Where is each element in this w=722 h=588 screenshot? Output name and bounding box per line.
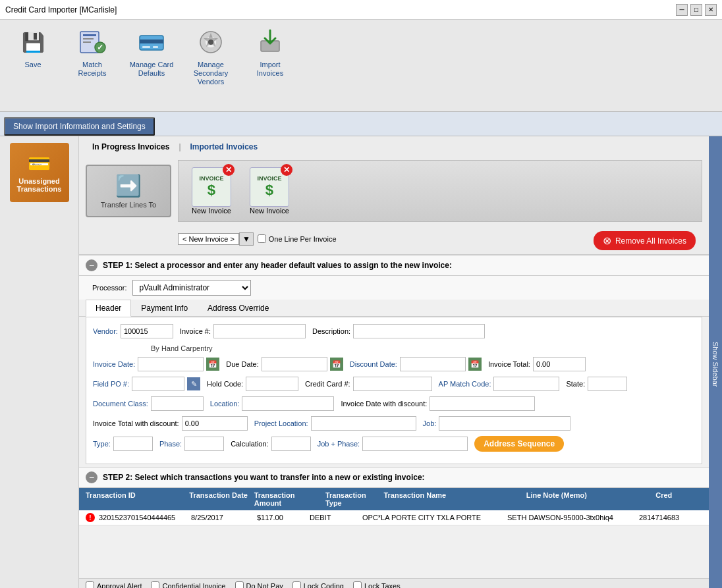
transfer-lines-btn[interactable]: ➡️ Transfer Lines To [86,165,171,217]
td-transaction-type: DEBIT [307,513,360,522]
one-line-checkbox[interactable] [258,234,266,243]
toolbar: 💾 Save ✓ Match Receipts Manage Card De [0,20,722,112]
do-not-pay-check[interactable]: Do Not Pay [235,581,283,588]
tab-imported[interactable]: Imported Invoices [184,140,265,153]
minimize-btn[interactable]: ─ [676,4,688,16]
toolbar-save[interactable]: 💾 Save [7,24,59,72]
discount-date-input[interactable] [400,357,466,371]
approval-alert-checkbox[interactable] [86,581,94,588]
invoice-card-1[interactable]: ✕ INVOICE $ New Invoice [185,167,238,215]
save-label: Save [24,61,41,69]
scroll-area[interactable]: In Progress Invoices | Imported Invoices… [79,136,709,578]
toolbar-match-receipts[interactable]: ✓ Match Receipts [66,24,119,80]
remove-all-invoices-btn[interactable]: ⊗ Remove All Invoices [594,231,696,250]
td-transaction-name: OPC*LA PORTE CITY TXLA PORTE [360,513,505,522]
phase-input[interactable] [184,437,224,451]
form-row-1: Vendor: Invoice #: Description: [93,324,695,338]
td-transaction-amount: $117.00 [254,513,307,522]
toolbar-manage-secondary-vendors[interactable]: Manage Secondary Vendors [184,24,237,90]
unassigned-label: Unassigned Transactions [14,177,65,193]
new-invoice-dropdown-arrow[interactable]: ▼ [239,232,254,246]
type-input[interactable] [113,437,153,451]
job-field: Job: [423,416,571,431]
address-sequence-btn[interactable]: Address Sequence [474,436,564,452]
table-header-row: Transaction ID Transaction Date Transact… [79,488,709,510]
invoice-total-discount-label: Invoice Total with discount: [93,419,179,427]
one-line-label: One Line Per Invoice [269,235,337,243]
close-btn[interactable]: ✕ [705,4,717,16]
invoice-card-2[interactable]: ✕ INVOICE $ New Invoice [243,167,296,215]
lock-coding-checkbox[interactable] [292,581,301,588]
transfer-label: Transfer Lines To [101,201,156,209]
due-date-cal-btn[interactable]: 📅 [330,358,343,371]
ap-match-input[interactable] [493,377,559,391]
match-receipts-label: Match Receipts [69,61,116,78]
td-line-note: SETH DAWSON-95000-3tx0hiq4 [505,513,636,522]
invoice-card-name-1: New Invoice [192,207,231,215]
invoice-card-badge-1: ✕ [223,164,235,176]
state-input[interactable] [588,377,627,391]
svg-rect-2 [83,38,94,40]
invoice-total-input[interactable] [533,357,586,371]
credit-card-field: Credit Card #: [305,377,431,391]
processor-select[interactable]: pVault Administrator [132,280,251,296]
step2-collapse-btn[interactable]: − [86,471,97,483]
lock-coding-label: Lock Coding [304,582,344,589]
invoice-total-label: Invoice Total: [488,360,530,368]
due-date-label: Due Date: [226,360,259,368]
confidential-invoice-check[interactable]: Confidential Invoice [151,581,225,588]
invoice-date-discount-input[interactable] [430,396,535,411]
hold-code-input[interactable] [246,377,298,391]
maximize-btn[interactable]: □ [690,4,702,16]
invoice-date-input[interactable] [138,357,204,371]
svg-rect-1 [83,34,96,36]
approval-alert-label: Approval Alert [97,582,142,589]
tab-header[interactable]: Header [86,300,131,317]
toolbar-manage-card-defaults[interactable]: Manage Card Defaults [125,24,178,80]
discount-date-cal-btn[interactable]: 📅 [468,358,482,371]
job-phase-input[interactable] [362,437,468,451]
manage-vendors-icon [195,26,227,58]
sidebar-toggle-btn[interactable]: Show Sidebar [709,136,722,588]
step1-collapse-btn[interactable]: − [86,259,97,271]
invoice-total-discount-input[interactable] [182,416,248,431]
calculation-input[interactable] [271,437,311,451]
processor-label: Processor: [92,284,127,292]
import-info-bar-btn[interactable]: Show Import Information and Settings [4,117,155,136]
confidential-invoice-checkbox[interactable] [151,581,159,588]
hold-code-field: Hold Code: [207,377,298,391]
credit-card-input[interactable] [353,377,432,391]
th-transaction-date: Transaction Date [186,490,251,508]
due-date-input[interactable] [262,357,327,371]
tab-address-override[interactable]: Address Override [198,300,279,317]
lock-taxes-checkbox[interactable] [353,581,362,588]
transactions-table: Transaction ID Transaction Date Transact… [79,488,709,525]
project-location-input[interactable] [311,416,416,431]
invoice-date-cal-btn[interactable]: 📅 [206,358,219,371]
invoice-grid: ✕ INVOICE $ New Invoice ✕ [178,160,702,222]
lock-coding-check[interactable]: Lock Coding [292,581,344,588]
job-input[interactable] [439,416,570,431]
description-input[interactable] [353,324,485,338]
lock-taxes-check[interactable]: Lock Taxes [353,581,401,588]
new-invoice-select[interactable]: < New Invoice > [178,233,239,245]
form-row-3: Field PO #: ✎ Hold Code: Credit Card #: … [93,377,695,391]
unassigned-transactions-btn[interactable]: 💳 Unassigned Transactions [10,143,69,202]
table-row[interactable]: ! 3201523701540444465 8/25/2017 $117.00 … [79,510,709,525]
svg-rect-8 [142,46,150,48]
approval-alert-check[interactable]: Approval Alert [86,581,142,588]
tab-payment-info[interactable]: Payment Info [131,300,198,317]
do-not-pay-checkbox[interactable] [235,581,244,588]
location-input[interactable] [242,396,334,411]
tab-in-progress[interactable]: In Progress Invoices [86,140,176,153]
doc-class-input[interactable] [151,396,204,411]
invoice-num-input[interactable] [213,324,306,338]
field-po-input[interactable] [132,377,184,391]
vendor-input[interactable] [121,324,173,338]
field-po-edit-btn[interactable]: ✎ [187,377,200,390]
main-area: 💳 Unassigned Transactions In Progress In… [0,136,722,588]
header-form: Vendor: Invoice #: Description: By Hand … [86,317,702,464]
one-line-per-invoice-check[interactable]: One Line Per Invoice [258,234,337,243]
due-date-field: Due Date: 📅 [226,357,343,371]
toolbar-import-invoices[interactable]: Import Invoices [244,24,296,80]
